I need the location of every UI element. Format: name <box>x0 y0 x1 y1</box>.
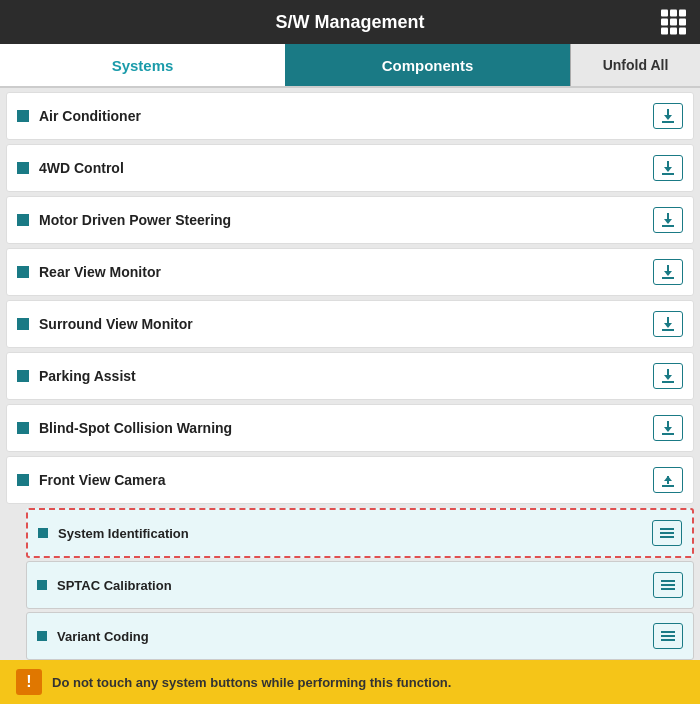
lines-icon <box>659 576 677 594</box>
svg-marker-19 <box>664 427 672 432</box>
warning-text: Do not touch any system buttons while pe… <box>52 675 451 690</box>
tab-bar: Systems Components Unfold All <box>0 44 700 88</box>
svg-rect-8 <box>662 225 674 227</box>
svg-marker-10 <box>664 271 672 276</box>
download-icon <box>659 367 677 385</box>
download-icon <box>659 315 677 333</box>
download-icon <box>659 107 677 125</box>
svg-rect-24 <box>660 528 674 530</box>
svg-rect-17 <box>662 381 674 383</box>
item-bullet-4wd-control <box>17 162 29 174</box>
list-item-variant-coding[interactable]: Variant Coding <box>26 612 694 660</box>
item-action-motor-driven-power-steering[interactable] <box>653 207 683 233</box>
svg-rect-11 <box>662 277 674 279</box>
item-action-surround-view-monitor[interactable] <box>653 311 683 337</box>
svg-marker-4 <box>664 167 672 172</box>
svg-rect-2 <box>662 121 674 123</box>
list-item-front-view-camera[interactable]: Front View Camera <box>6 456 694 504</box>
svg-marker-1 <box>664 115 672 120</box>
list-item-system-identification[interactable]: System Identification <box>26 508 694 558</box>
lines-icon <box>658 524 676 542</box>
tab-components[interactable]: Components <box>285 44 570 86</box>
list-item-blind-spot-collision-warning[interactable]: Blind-Spot Collision Warning <box>6 404 694 452</box>
item-label-sptac-calibration: SPTAC Calibration <box>57 578 653 593</box>
item-label-front-view-camera: Front View Camera <box>39 472 653 488</box>
list-item-surround-view-monitor[interactable]: Surround View Monitor <box>6 300 694 348</box>
svg-rect-25 <box>660 532 674 534</box>
grid-icon[interactable] <box>661 10 686 35</box>
item-action-system-identification[interactable] <box>652 520 682 546</box>
item-action-4wd-control[interactable] <box>653 155 683 181</box>
item-bullet-front-view-camera <box>17 474 29 486</box>
svg-rect-5 <box>662 173 674 175</box>
svg-rect-29 <box>661 588 675 590</box>
list-item-motor-driven-power-steering[interactable]: Motor Driven Power Steering <box>6 196 694 244</box>
item-action-front-view-camera[interactable] <box>653 467 683 493</box>
item-label-system-identification: System Identification <box>58 526 652 541</box>
list-item-rear-view-monitor[interactable]: Rear View Monitor <box>6 248 694 296</box>
item-label-surround-view-monitor: Surround View Monitor <box>39 316 653 332</box>
download-icon <box>659 159 677 177</box>
expand-icon <box>659 471 677 489</box>
item-label-parking-assist: Parking Assist <box>39 368 653 384</box>
item-action-sptac-calibration[interactable] <box>653 572 683 598</box>
svg-rect-23 <box>662 485 674 487</box>
item-bullet-rear-view-monitor <box>17 266 29 278</box>
svg-marker-13 <box>664 323 672 328</box>
svg-rect-32 <box>661 639 675 641</box>
svg-rect-27 <box>661 580 675 582</box>
warning-bar: ! Do not touch any system buttons while … <box>0 660 700 704</box>
item-action-variant-coding[interactable] <box>653 623 683 649</box>
svg-marker-7 <box>664 219 672 224</box>
svg-rect-28 <box>661 584 675 586</box>
list-item-parking-assist[interactable]: Parking Assist <box>6 352 694 400</box>
item-bullet-sptac-calibration <box>37 580 47 590</box>
svg-marker-16 <box>664 375 672 380</box>
item-bullet-blind-spot-collision-warning <box>17 422 29 434</box>
lines-icon <box>659 627 677 645</box>
list-item-sptac-calibration[interactable]: SPTAC Calibration <box>26 561 694 609</box>
app-title: S/W Management <box>275 12 424 33</box>
unfold-all-button[interactable]: Unfold All <box>570 44 700 86</box>
item-bullet-parking-assist <box>17 370 29 382</box>
systems-list: Air Conditioner 4WD Control Motor Driven… <box>0 88 700 660</box>
svg-marker-22 <box>664 476 672 481</box>
app-header: S/W Management <box>0 0 700 44</box>
item-action-blind-spot-collision-warning[interactable] <box>653 415 683 441</box>
list-item-4wd-control[interactable]: 4WD Control <box>6 144 694 192</box>
item-bullet-motor-driven-power-steering <box>17 214 29 226</box>
item-label-rear-view-monitor: Rear View Monitor <box>39 264 653 280</box>
item-label-blind-spot-collision-warning: Blind-Spot Collision Warning <box>39 420 653 436</box>
download-icon <box>659 263 677 281</box>
svg-rect-30 <box>661 631 675 633</box>
svg-rect-20 <box>662 433 674 435</box>
item-action-air-conditioner[interactable] <box>653 103 683 129</box>
item-action-parking-assist[interactable] <box>653 363 683 389</box>
item-label-motor-driven-power-steering: Motor Driven Power Steering <box>39 212 653 228</box>
item-bullet-surround-view-monitor <box>17 318 29 330</box>
item-bullet-variant-coding <box>37 631 47 641</box>
svg-rect-31 <box>661 635 675 637</box>
item-label-variant-coding: Variant Coding <box>57 629 653 644</box>
item-label-4wd-control: 4WD Control <box>39 160 653 176</box>
item-action-rear-view-monitor[interactable] <box>653 259 683 285</box>
warning-icon: ! <box>16 669 42 695</box>
list-item-air-conditioner[interactable]: Air Conditioner <box>6 92 694 140</box>
download-icon <box>659 211 677 229</box>
svg-rect-14 <box>662 329 674 331</box>
svg-rect-26 <box>660 536 674 538</box>
item-bullet-air-conditioner <box>17 110 29 122</box>
tab-systems[interactable]: Systems <box>0 44 285 86</box>
item-bullet-system-identification <box>38 528 48 538</box>
download-icon <box>659 419 677 437</box>
item-label-air-conditioner: Air Conditioner <box>39 108 653 124</box>
